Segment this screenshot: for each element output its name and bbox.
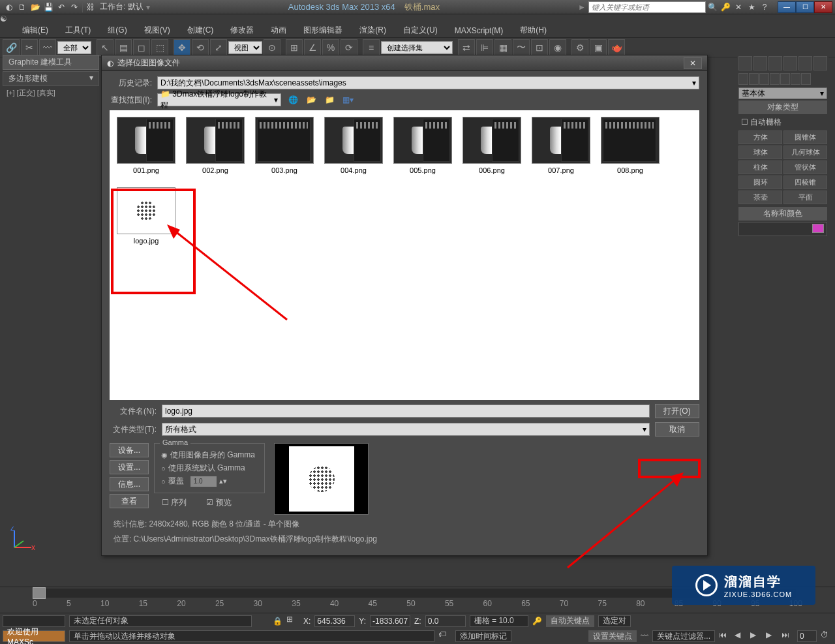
poly-modeling-tab[interactable]: 多边形建模▾ — [3, 71, 99, 86]
primitive-plane[interactable]: 平面 — [783, 191, 827, 204]
goto-start-icon[interactable]: ⏮ — [719, 630, 731, 642]
systems-cat-icon[interactable] — [801, 73, 811, 85]
app-menu-icon[interactable]: ◐ — [3, 1, 16, 13]
spacewarps-cat-icon[interactable] — [791, 73, 800, 85]
viewport-label[interactable]: [+] [正交] [真实] — [7, 88, 55, 98]
autokey-button[interactable]: 自动关键点 — [546, 615, 594, 627]
select-tool-icon[interactable]: ↖ — [97, 39, 114, 56]
timetag-icon[interactable]: 🏷 — [438, 630, 451, 643]
exchange-icon[interactable]: ✕ — [732, 1, 745, 13]
file-item[interactable]: 002.png — [185, 117, 245, 174]
menu-rendering[interactable]: 渲染(R) — [357, 23, 389, 37]
selected-only-dropdown[interactable]: 选定对 — [598, 615, 631, 627]
modify-tab-icon[interactable] — [753, 56, 767, 70]
file-item[interactable]: 004.png — [324, 117, 384, 174]
file-item[interactable]: 008.png — [600, 117, 660, 174]
object-color-swatch[interactable] — [812, 224, 824, 233]
abs-rel-icon[interactable]: ⊞ — [286, 615, 299, 628]
key-mode-icon[interactable]: 〰 — [641, 632, 648, 641]
utilities-tab-icon[interactable] — [813, 56, 827, 70]
hierarchy-tab-icon[interactable] — [768, 56, 782, 70]
help-search-input[interactable] — [588, 1, 706, 13]
primitive-geosphere[interactable]: 几何球体 — [783, 146, 827, 159]
scale-tool-icon[interactable]: ⤢ — [210, 39, 227, 56]
material-editor-icon[interactable]: ◉ — [549, 39, 566, 56]
helpers-cat-icon[interactable] — [780, 73, 790, 85]
cancel-button[interactable]: 取消 — [655, 422, 699, 437]
window-crossing-icon[interactable]: ⬚ — [151, 39, 168, 56]
curve-editor-icon[interactable]: 〜 — [513, 39, 530, 56]
new-icon[interactable]: 🗋 — [16, 1, 29, 13]
primitive-tube[interactable]: 管状体 — [783, 161, 827, 174]
z-coord-input[interactable] — [425, 615, 466, 627]
open-icon[interactable]: 📂 — [29, 1, 42, 13]
minimize-button[interactable]: — — [778, 1, 796, 13]
primitive-teapot[interactable]: 茶壶 — [738, 191, 782, 204]
spinner-snap-icon[interactable]: ⟳ — [341, 39, 357, 56]
menu-views[interactable]: 视图(V) — [142, 23, 173, 37]
info-button[interactable]: 信息... — [110, 477, 149, 491]
sequence-checkbox[interactable]: ☐ 序列 — [162, 497, 187, 508]
geometry-cat-icon[interactable] — [738, 73, 748, 85]
key-lock-icon[interactable]: 🔑 — [532, 617, 542, 626]
file-item[interactable]: 007.png — [531, 117, 591, 174]
menu-maxscript[interactable]: MAXScript(M) — [452, 25, 506, 37]
menu-edit[interactable]: 编辑(E) — [20, 23, 51, 37]
create-tab-icon[interactable] — [738, 56, 752, 70]
mirror-icon[interactable]: ⇄ — [458, 39, 475, 56]
preview-checkbox[interactable]: ☑ 预览 — [206, 497, 231, 508]
bind-tool-icon[interactable]: 〰 — [39, 39, 56, 56]
up-icon[interactable]: 📂 — [305, 93, 318, 106]
primitive-pyramid[interactable]: 四棱锥 — [783, 176, 827, 189]
filetype-dropdown[interactable]: 所有格式▾ — [162, 423, 650, 436]
current-frame-input[interactable] — [797, 630, 817, 642]
cameras-cat-icon[interactable] — [770, 73, 780, 85]
lights-cat-icon[interactable] — [759, 73, 769, 85]
x-coord-input[interactable] — [314, 615, 355, 627]
render-icon[interactable]: 🫖 — [608, 39, 625, 56]
link-icon[interactable]: ⛓ — [84, 1, 97, 13]
menu-modifiers[interactable]: 修改器 — [228, 23, 256, 37]
redo-icon[interactable]: ↷ — [68, 1, 81, 13]
menu-grapheditors[interactable]: 图形编辑器 — [301, 23, 345, 37]
search-icon[interactable]: 🔍 — [706, 1, 719, 13]
ref-coord-dropdown[interactable]: 视图 — [228, 41, 262, 54]
next-frame-icon[interactable]: ▶ — [766, 630, 778, 642]
app-logo-icon[interactable]: ☯ — [0, 14, 835, 23]
primitive-sphere[interactable]: 球体 — [738, 146, 782, 159]
autogrid-checkbox[interactable]: ☐ 自动栅格 — [737, 115, 828, 129]
file-list-area[interactable]: 001.png 002.png 003.png 004.png 005.png … — [110, 110, 699, 400]
close-button[interactable]: ✕ — [814, 1, 832, 13]
file-item[interactable]: 001.png — [116, 117, 176, 174]
dialog-close-button[interactable]: ✕ — [684, 57, 702, 69]
snap-toggle-icon[interactable]: ⊞ — [286, 39, 303, 56]
select-name-icon[interactable]: ▤ — [115, 39, 132, 56]
gamma-radio-override[interactable]: ○ 覆盖 ▴▾ — [161, 476, 258, 487]
category-dropdown[interactable]: 基本体▾ — [738, 87, 827, 99]
maximize-button[interactable]: ☐ — [796, 1, 814, 13]
rotate-tool-icon[interactable]: ⟲ — [192, 39, 209, 56]
angle-snap-icon[interactable]: ∠ — [304, 39, 321, 56]
prev-frame-icon[interactable]: ◀ — [735, 630, 746, 642]
viewmenu-icon[interactable]: ▦▾ — [341, 93, 354, 106]
primitive-torus[interactable]: 圆环 — [738, 176, 782, 189]
file-item[interactable]: 006.png — [462, 117, 522, 174]
menu-help[interactable]: 帮助(H) — [517, 23, 549, 37]
layers-icon[interactable]: ▦ — [494, 39, 511, 56]
script-listener[interactable] — [3, 615, 65, 627]
lock-icon[interactable]: 🔒 — [273, 617, 282, 626]
align-icon[interactable]: ⊫ — [476, 39, 493, 56]
workspace-label[interactable]: 工作台: 默认 — [97, 1, 146, 12]
devices-button[interactable]: 设备... — [110, 443, 149, 457]
y-coord-input[interactable] — [370, 615, 410, 627]
play-icon[interactable]: ▶ — [750, 630, 762, 642]
undo-icon[interactable]: ↶ — [55, 1, 68, 13]
render-setup-icon[interactable]: ⚙ — [571, 39, 588, 56]
setkey-button[interactable]: 设置关键点 — [588, 630, 637, 642]
setup-button[interactable]: 设置... — [110, 460, 149, 474]
named-sel-dropdown[interactable]: 创建选择集 — [381, 41, 453, 54]
unlink-tool-icon[interactable]: ✂ — [21, 39, 38, 56]
menu-create[interactable]: 创建(C) — [185, 23, 217, 37]
graphite-tools-header[interactable]: Graphite 建模工具 — [3, 55, 99, 70]
named-sel-icon[interactable]: ≡ — [363, 39, 380, 56]
